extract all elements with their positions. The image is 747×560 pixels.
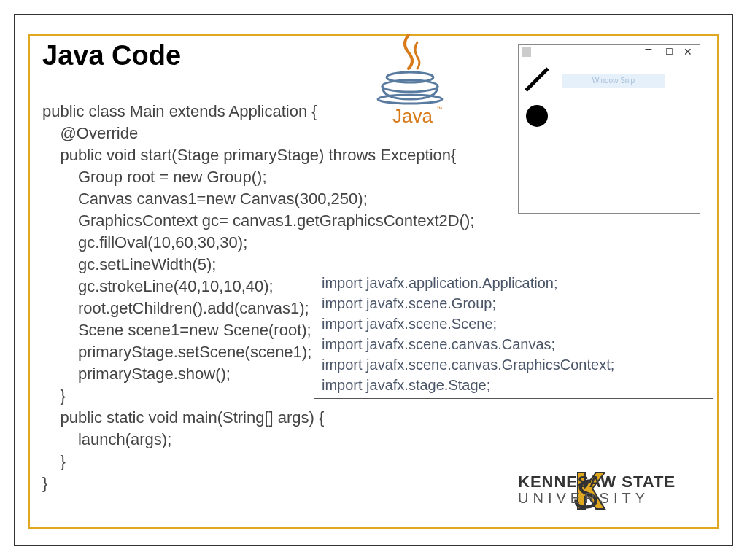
slide-title: Java Code (42, 40, 181, 71)
svg-text:™: ™ (436, 106, 442, 112)
java-logo-text: Java (392, 105, 433, 127)
imports-code-block: import javafx.application.Application; i… (314, 268, 713, 399)
maximize-icon: ☐ (660, 47, 678, 60)
window-titlebar: – ☐ ✕ (519, 45, 700, 61)
minimize-icon: – (640, 43, 657, 56)
ksu-name-line2: UNIVERSITY (518, 490, 649, 507)
close-icon: ✕ (679, 47, 697, 60)
ksu-name-line1: KENNESAW STATE (518, 472, 676, 491)
java-logo: Java ™ (363, 29, 458, 131)
window-snip-label: Window Snip (562, 74, 665, 88)
svg-line-4 (526, 69, 548, 90)
window-app-icon (522, 47, 531, 57)
svg-point-5 (526, 105, 548, 127)
output-window: – ☐ ✕ Window Snip (518, 44, 700, 214)
